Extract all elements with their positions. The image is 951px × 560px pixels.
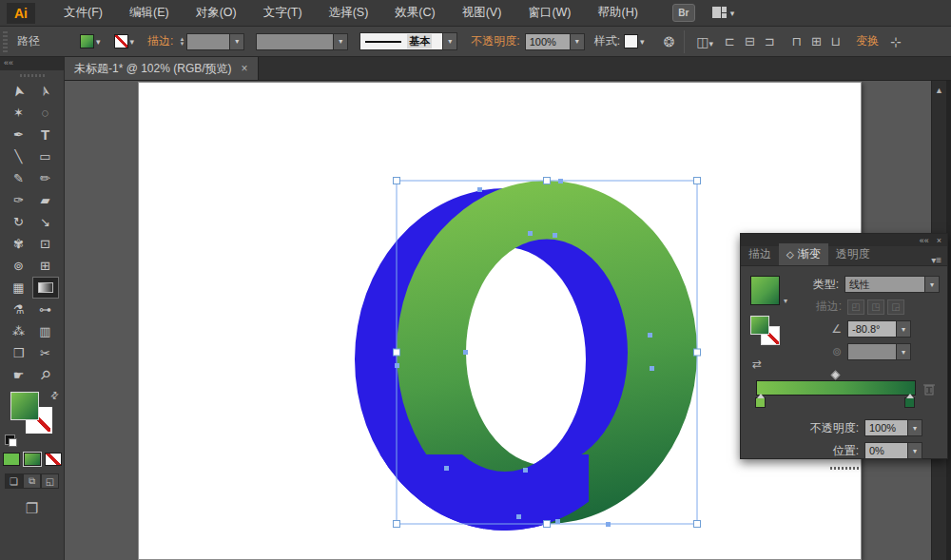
panel-resize-grip[interactable] [830,467,859,470]
eyedropper-tool[interactable]: ⚗ [6,299,32,320]
tab-stroke[interactable]: 描边 [741,243,779,265]
close-panel-icon[interactable]: × [937,236,941,245]
opacity-panel-link[interactable]: 不透明度: [471,33,519,49]
menu-edit[interactable]: 编辑(E) [116,0,183,27]
blob-brush-tool[interactable]: ✑ [6,189,32,211]
bridge-button[interactable]: Br [672,4,695,22]
artwork-rings[interactable] [355,181,697,531]
hand-tool[interactable]: ☛ [6,364,32,386]
align-left-icon[interactable]: ⊏ [725,34,735,48]
symbol-sprayer-tool[interactable]: ⁂ [6,320,32,342]
gradient-stop-dark-green[interactable] [904,397,915,408]
menu-type[interactable]: 文字(T) [250,0,316,27]
none-button[interactable] [45,453,62,466]
close-tab-icon[interactable]: × [242,62,248,75]
gradient-preview-swatch[interactable] [750,276,780,305]
align-right-icon[interactable]: ⊐ [765,34,775,48]
default-fill-stroke-icon[interactable] [5,434,15,445]
fill-swatch[interactable] [80,34,94,48]
chevron-down-icon[interactable]: ▾ [230,33,244,50]
menu-object[interactable]: 对象(O) [183,0,250,27]
draw-normal-mode[interactable]: ❏ [5,473,23,489]
mesh-tool[interactable]: ▦ [6,277,32,299]
panel-grip-icon[interactable] [3,31,8,52]
gradient-stop-light-green[interactable] [755,397,766,408]
menu-effect[interactable]: 效果(C) [381,0,448,27]
eraser-tool[interactable]: ▰ [32,189,59,211]
document-tab[interactable]: 未标题-1* @ 102% (RGB/预览) × [65,57,259,80]
artboard-tool[interactable]: ❒ [6,342,32,364]
brush-definition-combo[interactable]: 基本 ▾ [359,32,457,50]
fill-proxy-swatch[interactable] [750,316,769,335]
stop-opacity-combo[interactable]: 100% ▾ [864,419,922,436]
chevron-down-icon[interactable]: ▾ [897,320,911,338]
gradient-tool[interactable] [32,277,59,299]
opacity-combo[interactable]: 100% ▾ [525,33,585,50]
gradient-button[interactable] [24,453,41,466]
stroke-weight-combo[interactable]: ▾ [186,33,244,50]
line-segment-tool[interactable]: ╲ [6,145,32,167]
gradient-midpoint-handle[interactable] [831,371,841,380]
selection-tool[interactable]: ➤ [6,80,32,102]
tab-transparency[interactable]: 透明度 [828,243,878,265]
column-graph-tool[interactable]: ▥ [32,320,59,342]
style-swatch[interactable] [624,34,638,48]
tab-gradient[interactable]: ◇ 渐变 [779,243,828,265]
scroll-up-icon[interactable]: ▲ [932,81,946,95]
align-middle-v-icon[interactable]: ⊞ [811,34,822,48]
rotate-tool[interactable]: ↻ [6,211,32,233]
perspective-grid-tool[interactable]: ⊞ [32,255,59,277]
menu-select[interactable]: 选择(S) [316,0,382,27]
style-combo[interactable]: ▾ [624,34,645,48]
reverse-gradient-icon[interactable]: ⇄ [752,357,762,371]
workspace-switcher[interactable]: ▾ [712,7,735,19]
lasso-tool[interactable]: ◌ [32,102,59,124]
screen-mode-button[interactable]: ❐ [0,500,64,517]
transform-panel-link[interactable]: 变换 [856,33,879,49]
align-top-icon[interactable]: ⊓ [792,34,802,48]
free-transform-tool[interactable]: ⊡ [32,233,59,255]
chevron-down-icon[interactable]: ▾ [908,442,922,459]
menu-view[interactable]: 视图(V) [449,0,515,27]
menu-help[interactable]: 帮助(H) [585,0,651,27]
fill-proxy-swatch[interactable] [10,392,39,420]
panel-menu-icon[interactable]: ▾≡ [931,255,947,265]
align-to-selection-dropdown[interactable]: ◫▾ [696,34,713,49]
width-tool[interactable]: ✾ [6,233,32,255]
rectangle-tool[interactable]: ▭ [32,145,59,167]
draw-behind-mode[interactable]: ⧉ [23,473,41,489]
chevron-down-icon[interactable]: ▾ [443,32,457,50]
menu-file[interactable]: 文件(F) [50,0,116,27]
paintbrush-tool[interactable]: ✎ [6,167,32,189]
magic-wand-tool[interactable]: ✶ [6,102,32,124]
zoom-tool[interactable]: ⚲ [32,364,59,386]
stop-position-combo[interactable]: 0% ▾ [864,442,922,459]
draw-inside-mode[interactable]: ◱ [41,473,59,489]
fill-color-combo[interactable]: ▾ [80,34,101,48]
fit-icon[interactable]: ⊹ [890,34,902,49]
pencil-tool[interactable]: ✏ [32,167,59,189]
align-center-h-icon[interactable]: ⊟ [745,34,755,48]
gradient-angle-combo[interactable]: -80.8° ▾ [847,320,911,338]
slice-tool[interactable]: ✂ [32,342,59,364]
collapse-panel-icon[interactable]: «« [0,57,64,70]
align-bottom-icon[interactable]: ⊔ [831,34,841,48]
pen-tool[interactable]: ✒ [6,124,32,145]
chevron-down-icon[interactable]: ▾ [925,276,940,293]
collapse-panel-icon[interactable]: «« [920,236,929,245]
type-tool[interactable]: T [32,124,59,145]
gradient-type-combo[interactable]: 线性 ▾ [844,276,940,293]
stroke-weight-stepper[interactable]: ▲▼ [179,37,184,47]
chevron-down-icon[interactable]: ▾ [908,419,922,436]
direct-selection-tool[interactable]: ➢ [32,80,59,102]
stroke-color-combo[interactable]: ▾ [114,34,135,48]
color-button[interactable] [3,453,20,466]
gradient-ramp[interactable] [756,380,916,396]
stroke-panel-link[interactable]: 描边: [147,33,173,49]
chevron-down-icon[interactable]: ▾ [784,297,787,305]
blend-tool[interactable]: ⊶ [32,299,59,320]
scale-tool[interactable]: ↘ [32,211,59,233]
stroke-none-swatch[interactable] [114,34,128,48]
chevron-down-icon[interactable]: ▾ [571,33,585,50]
shape-builder-tool[interactable]: ⊚ [6,255,32,277]
